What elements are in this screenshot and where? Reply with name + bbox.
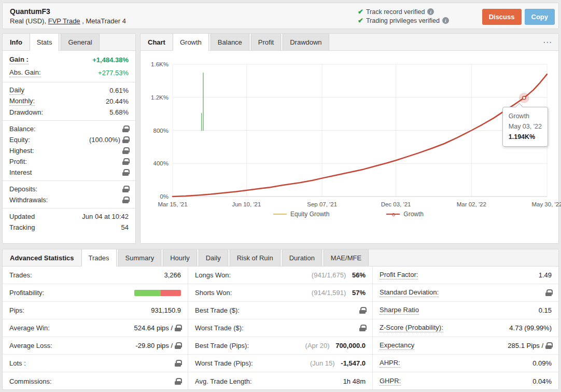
shorts-won-row: Shorts Won: (914/1,591) 57% — [188, 284, 372, 302]
tab-info[interactable]: Info — [3, 34, 30, 50]
header-buttons: Discuss Copy — [482, 9, 555, 25]
broker-link[interactable]: FVP Trade — [48, 17, 80, 25]
account-info: QuantumF3 Real (USD), FVP Trade , MetaTr… — [3, 7, 126, 25]
discuss-button[interactable]: Discuss — [482, 9, 522, 25]
svg-text:Jun 10, '21: Jun 10, '21 — [232, 201, 261, 207]
pips-label: Pips: — [9, 306, 24, 314]
deposits-group: Deposits: Withdrawals: — [3, 181, 135, 208]
tab-drawdown[interactable]: Drawdown — [283, 34, 329, 50]
tab-daily[interactable]: Daily — [199, 249, 228, 266]
abs-gain-value: +277.53% — [98, 69, 129, 77]
check-icon: ✔ — [358, 17, 363, 24]
ghpr-label: GHPR: — [380, 377, 401, 386]
growth-chart: Mar 15, '21Jun 10, '21Sep 07, '21Dec 03,… — [143, 55, 554, 218]
drawdown-value: 5.68% — [109, 108, 129, 116]
monthly-row: Monthly: 20.44% — [3, 96, 135, 107]
account-meta-pre: Real (USD), — [10, 17, 48, 25]
tab-growth[interactable]: Growth — [173, 34, 209, 51]
average-loss-value: -29.80 pips / — [135, 342, 173, 349]
abs-gain-label: Abs. Gain: — [9, 68, 41, 77]
legend-equity-growth[interactable]: Equity Growth — [273, 211, 329, 218]
stats-column-1: Trades: 3,266 Profitability: Pips: 931,1… — [3, 267, 188, 390]
lock-icon — [175, 342, 181, 349]
trading-privileges-verified-label: Trading privileges verified — [366, 17, 440, 24]
account-meta: Real (USD), FVP Trade , MetaTrader 4 — [10, 17, 126, 25]
tab-duration[interactable]: Duration — [282, 249, 322, 266]
balance-group: Balance: Equity: (100.00%) Highest: Prof… — [3, 121, 135, 181]
trading-privileges-verified: ✔ Trading privileges verified i — [358, 16, 449, 25]
commissions-label: Commissions: — [9, 377, 52, 385]
chart-menu-button[interactable]: ⋯ — [537, 34, 558, 50]
legend-growth[interactable]: Growth — [386, 211, 424, 218]
average-win-value: 524.64 pips / — [134, 324, 173, 332]
ahpr-value: 0.09% — [532, 359, 552, 367]
updated-value: Jun 04 at 10:42 — [82, 213, 129, 220]
svg-text:0%: 0% — [160, 193, 169, 200]
tooltip-series: Growth — [509, 111, 542, 121]
daily-row: Daily 0.61% — [3, 85, 135, 96]
meta-group: Updated Jun 04 at 10:42 Tracking 54 — [3, 208, 135, 235]
stats-column-3: Profit Factor: 1.49 Standard Deviation: … — [373, 267, 558, 390]
gain-row: Gain : +1,484.38% — [3, 53, 135, 66]
tab-risk-of-ruin[interactable]: Risk of Ruin — [230, 249, 280, 266]
balance-label: Balance: — [9, 125, 36, 133]
shorts-won-ratio: (914/1,591) — [312, 289, 346, 297]
tab-trades[interactable]: Trades — [81, 249, 117, 267]
longs-won-ratio: (941/1,675) — [312, 271, 346, 279]
tooltip-date: May 03, '22 — [509, 121, 542, 132]
svg-text:Mar 02, '22: Mar 02, '22 — [457, 201, 486, 207]
tab-mae-mfe[interactable]: MAE/MFE — [324, 249, 369, 266]
equity-label: Equity: — [9, 136, 30, 144]
interest-row: Interest — [3, 167, 135, 178]
profit-label: Profit: — [9, 158, 27, 165]
tab-stats[interactable]: Stats — [30, 34, 60, 51]
info-icon[interactable]: i — [442, 17, 449, 24]
balance-row: Balance: — [3, 123, 135, 134]
lock-icon — [359, 325, 366, 331]
lock-icon — [122, 125, 129, 132]
rate-group: Daily 0.61% Monthly: 20.44% Drawdown: 5.… — [3, 82, 135, 121]
worst-trade-usd-row: Worst Trade ($): — [188, 319, 372, 337]
account-header-bar: QuantumF3 Real (USD), FVP Trade , MetaTr… — [2, 3, 559, 29]
gain-value: +1,484.38% — [92, 56, 129, 64]
expectancy-row: Expectancy 285.1 Pips / — [373, 337, 558, 355]
advanced-statistics-panel: Advanced Statistics Trades Summary Hourl… — [2, 249, 559, 390]
svg-text:May 30, '22: May 30, '22 — [531, 201, 561, 207]
worst-trade-pips-row: Worst Trade (Pips): (Jun 15) -1,547.0 — [188, 355, 372, 372]
ghpr-value: 0.04% — [532, 377, 552, 385]
z-score-label: Z-Score (Probability): — [380, 324, 443, 332]
trades-row: Trades: 3,266 — [3, 267, 188, 284]
track-record-verified-label: Track record verified — [366, 8, 425, 16]
lots-row: Lots : — [3, 355, 188, 372]
ellipsis-menu-icon: ⋯ — [543, 37, 552, 48]
lock-icon — [122, 197, 129, 203]
expectancy-label: Expectancy — [380, 341, 414, 350]
info-icon[interactable]: i — [427, 8, 434, 15]
best-trade-pips-label: Best Trade (Pips): — [195, 342, 249, 349]
ahpr-label: AHPR: — [380, 359, 400, 368]
tab-general[interactable]: General — [61, 34, 99, 50]
svg-text:1.6K%: 1.6K% — [151, 61, 169, 67]
tab-hourly[interactable]: Hourly — [163, 249, 197, 266]
sharpe-ratio-value: 0.15 — [539, 306, 552, 314]
daily-label: Daily — [9, 86, 24, 95]
lock-icon — [175, 378, 181, 385]
svg-text:800%: 800% — [153, 128, 169, 134]
copy-button[interactable]: Copy — [525, 9, 555, 25]
chart-tab-strip: Chart Growth Balance Profit Drawdown ⋯ — [141, 34, 558, 51]
avg-trade-length-row: Avg. Trade Length: 1h 48m — [188, 372, 372, 390]
profit-factor-row: Profit Factor: 1.49 — [373, 267, 558, 284]
average-loss-label: Average Loss: — [9, 342, 52, 349]
tab-balance[interactable]: Balance — [211, 34, 249, 50]
growth-chart-svg[interactable]: Mar 15, '21Jun 10, '21Sep 07, '21Dec 03,… — [143, 55, 552, 208]
profitability-bar — [134, 290, 181, 296]
updated-row: Updated Jun 04 at 10:42 — [3, 211, 135, 222]
worst-trade-pips-label: Worst Trade (Pips): — [195, 359, 253, 367]
stats-column-2: Longs Won: (941/1,675) 56% Shorts Won: (… — [188, 267, 373, 390]
chart-panel: Chart Growth Balance Profit Drawdown ⋯ M… — [140, 33, 559, 244]
tab-summary[interactable]: Summary — [118, 249, 162, 266]
equity-value: (100.00%) — [89, 136, 120, 144]
advanced-tab-strip: Advanced Statistics Trades Summary Hourl… — [3, 249, 558, 267]
tab-profit[interactable]: Profit — [251, 34, 281, 50]
longs-won-pct: 56% — [352, 271, 366, 279]
